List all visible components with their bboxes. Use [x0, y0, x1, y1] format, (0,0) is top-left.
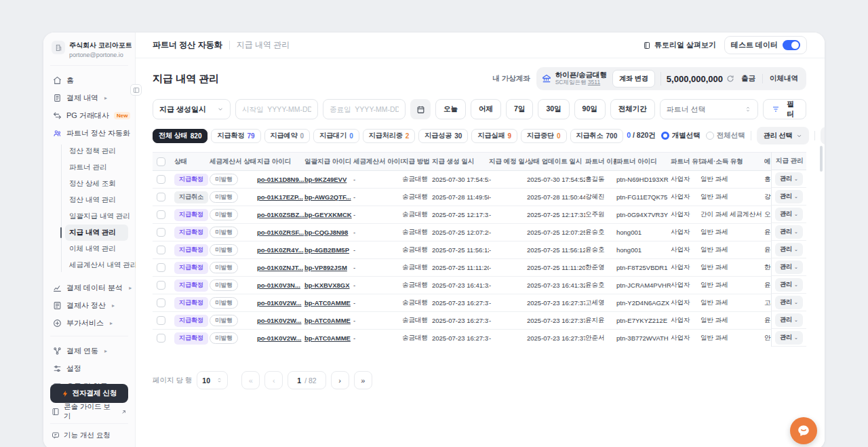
payout-id-link[interactable]: po-01K0ZNJT...	[257, 264, 303, 271]
chat-launcher-button[interactable]	[790, 417, 817, 444]
epay-apply-button[interactable]: 전자결제 신청	[50, 384, 128, 403]
payout-id-link[interactable]: po-01K0ZSBZ...	[257, 211, 304, 218]
sidebar-subitem-이체 내역 관리[interactable]: 이체 내역 관리	[65, 241, 128, 257]
row-manage-button[interactable]: 관리⌄	[775, 208, 803, 221]
row-checkbox[interactable]	[157, 228, 165, 237]
bulk-payout-id-link[interactable]: bp-4GB2BM5P	[304, 246, 349, 254]
individual-select-radio[interactable]: 개별선택	[661, 131, 701, 140]
sidebar-item-결제 내역[interactable]: 결제 내역▸	[50, 89, 128, 106]
withdraw-button[interactable]: 출금	[740, 74, 757, 83]
sidebar-item-홈[interactable]: 홈	[50, 71, 128, 89]
payout-id-link[interactable]: po-01K0V3N...	[257, 281, 300, 289]
status-tab-지급실패[interactable]: 지급실패9	[471, 129, 517, 143]
bulk-payout-id-link[interactable]: bp-ATC0AMME	[304, 334, 351, 342]
quick-range-전체기간[interactable]: 전체기간	[610, 99, 655, 119]
row-checkbox[interactable]	[157, 210, 165, 219]
status-tab-지급예약[interactable]: 지급예약0	[264, 129, 311, 143]
company-switcher[interactable]: 주식회사 코리아포트원 (Kore... portone@portone.io	[50, 39, 128, 66]
row-manage-button[interactable]: 관리⌄	[775, 313, 803, 327]
row-checkbox[interactable]	[157, 334, 165, 343]
sidebar-item-설정[interactable]: 설정	[50, 359, 128, 377]
payout-id-link[interactable]: po-01K0V2W...	[257, 334, 301, 342]
last-page-button[interactable]: »	[354, 371, 372, 389]
sidebar-subitem-정산 내역 관리[interactable]: 정산 내역 관리	[65, 192, 128, 208]
quick-range-어제[interactable]: 어제	[471, 99, 501, 119]
row-checkbox[interactable]	[157, 175, 165, 184]
sidebar-subitem-정산 상세 조회[interactable]: 정산 상세 조회	[65, 176, 128, 192]
sidebar-subitem-세금계산서 내역 관리[interactable]: 세금계산서 내역 관리	[65, 257, 128, 273]
bulk-payout-id-link[interactable]: bp-AWG2QTF...	[304, 193, 351, 201]
refresh-balance-icon[interactable]	[726, 75, 734, 83]
status-guide-button[interactable]: 상태 가이드	[821, 127, 825, 144]
row-checkbox[interactable]	[157, 246, 165, 254]
row-manage-button[interactable]: 관리⌄	[775, 225, 803, 239]
date-type-select[interactable]: 지급 생성일시	[153, 99, 231, 119]
bulk-payout-id-link[interactable]: bp-ATC0AMME	[304, 299, 351, 307]
bulk-payout-id-link[interactable]: bp-ATC0AMME	[304, 317, 351, 324]
payout-id-link[interactable]: po-01K1D8N9...	[257, 176, 304, 183]
quick-range-7일[interactable]: 7일	[506, 99, 533, 119]
sidebar-item-파트너 정산 자동화[interactable]: 파트너 정산 자동화▾	[50, 124, 128, 142]
sidebar-item-부가서비스[interactable]: 부가서비스▸	[50, 314, 128, 332]
first-page-button[interactable]: «	[241, 371, 260, 389]
row-manage-button[interactable]: 관리⌄	[775, 260, 803, 274]
status-tab-지급확정[interactable]: 지급확정79	[211, 129, 260, 143]
status-tab-지급취소[interactable]: 지급취소700	[570, 129, 624, 143]
console-guide-link[interactable]: 콘솔 가이드 보기	[50, 403, 128, 421]
bulk-payout-id-link[interactable]: bp-GEYXKMCK	[304, 211, 352, 218]
status-tab-지급중단[interactable]: 지급중단0	[521, 129, 567, 143]
payout-id-link[interactable]: po-01K0ZRSF...	[257, 229, 304, 236]
partner-select[interactable]: 파트너 선택	[660, 99, 758, 119]
change-account-button[interactable]: 계좌 변경	[612, 70, 655, 88]
sidebar-item-결제사 정산[interactable]: 결제사 정산▸	[50, 296, 128, 314]
bulk-payout-id-link[interactable]: bp-VP892JSM	[304, 264, 347, 271]
all-select-radio[interactable]: 전체선택	[706, 131, 745, 140]
payout-id-link[interactable]: po-01K17EZP...	[257, 193, 303, 201]
start-date-input[interactable]	[235, 99, 318, 119]
sidebar-subitem-파트너 관리[interactable]: 파트너 관리	[65, 159, 128, 176]
prev-page-button[interactable]: ‹	[264, 371, 283, 389]
row-manage-button[interactable]: 관리⌄	[775, 296, 803, 309]
rows-per-page-select[interactable]: 10	[197, 371, 228, 389]
sidebar-item-결제 연동[interactable]: 결제 연동▸	[50, 342, 128, 359]
select-all-checkbox[interactable]	[157, 157, 165, 166]
row-manage-button[interactable]: 관리⌄	[775, 331, 803, 345]
status-tab-지급성공[interactable]: 지급성공30	[418, 129, 468, 143]
row-manage-button[interactable]: 관리⌄	[775, 278, 803, 292]
manage-select-button[interactable]: 관리 선택	[757, 127, 809, 144]
account-number-link[interactable]: 3511	[588, 79, 600, 85]
next-page-button[interactable]: ›	[331, 371, 349, 389]
bulk-payout-id-link[interactable]: bp-CQGJ8N98	[304, 229, 348, 236]
bulk-payout-id-link[interactable]: bp-KXBVX8GX	[304, 281, 350, 289]
sidebar-collapse-button[interactable]	[130, 84, 142, 96]
end-date-input[interactable]	[323, 99, 406, 119]
feature-request-link[interactable]: 기능 개선 요청	[50, 427, 128, 444]
row-manage-button[interactable]: 관리⌄	[775, 172, 803, 186]
calendar-button[interactable]	[410, 99, 431, 119]
transfer-history-button[interactable]: 이체내역	[768, 74, 800, 83]
scrollbar-thumb[interactable]	[820, 146, 823, 172]
test-data-toggle[interactable]	[783, 40, 800, 50]
sidebar-subitem-지급 내역 관리[interactable]: 지급 내역 관리	[65, 225, 128, 241]
sidebar-item-PG 거래대사[interactable]: PG 거래대사New▸	[50, 106, 128, 124]
quick-range-30일[interactable]: 30일	[538, 99, 569, 119]
payout-id-link[interactable]: po-01K0ZR4Y...	[257, 246, 304, 254]
status-tab-지급대기[interactable]: 지급대기0	[313, 129, 359, 143]
row-checkbox[interactable]	[157, 193, 165, 201]
row-manage-button[interactable]: 관리⌄	[775, 243, 803, 256]
quick-range-90일[interactable]: 90일	[574, 99, 606, 119]
sidebar-subitem-정산 정책 관리[interactable]: 정산 정책 관리	[65, 143, 128, 159]
sidebar-item-결제 데이터 분석[interactable]: 결제 데이터 분석▸	[50, 279, 128, 296]
row-checkbox[interactable]	[157, 298, 165, 307]
row-checkbox[interactable]	[157, 316, 165, 325]
breadcrumb-section[interactable]: 파트너 정산 자동화	[153, 39, 222, 51]
payout-id-link[interactable]: po-01K0V2W...	[257, 299, 301, 307]
status-tab-전체 상태[interactable]: 전체 상태820	[153, 129, 208, 143]
row-checkbox[interactable]	[157, 263, 165, 272]
row-manage-button[interactable]: 관리⌄	[775, 190, 803, 203]
status-tab-지급처리중[interactable]: 지급처리중2	[363, 129, 416, 143]
bulk-payout-id-link[interactable]: bp-9KZ49EVV	[304, 176, 347, 183]
tutorial-link[interactable]: 튜토리얼 살펴보기	[643, 40, 716, 50]
quick-range-오늘[interactable]: 오늘	[435, 99, 466, 119]
row-checkbox[interactable]	[157, 281, 165, 290]
